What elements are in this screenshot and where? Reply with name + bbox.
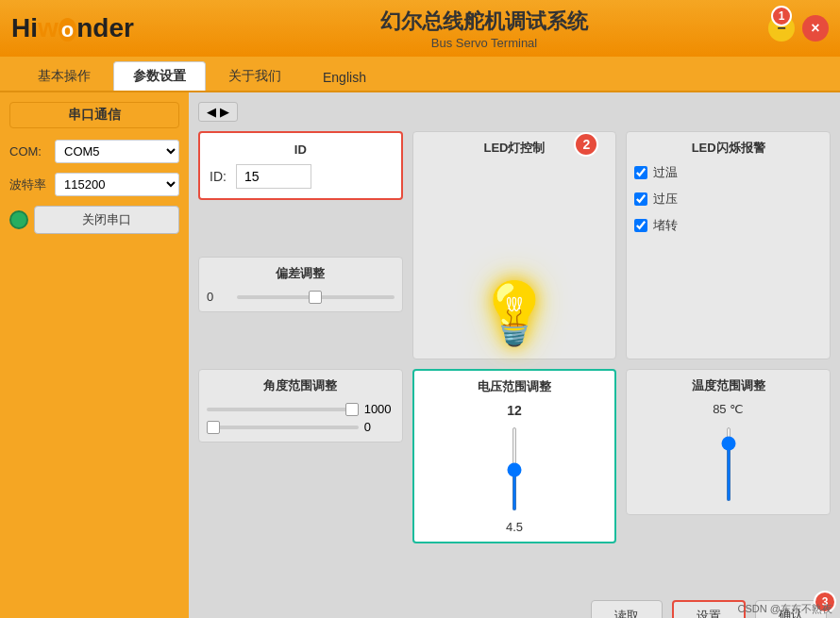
voltage-bottom-value: 4.5 (506, 520, 523, 534)
sidebar-title: 串口通信 (9, 102, 179, 128)
baud-select[interactable]: 115200 9600 19200 38400 57600 (55, 173, 179, 196)
angle-panel-box: 角度范围调整 1000 0 (198, 369, 403, 443)
tab-english[interactable]: English (304, 64, 385, 91)
controls-grid: ID ID: LED灯控制 2 💡 (198, 131, 831, 591)
logo-area: Hiwonder (11, 13, 200, 43)
tab-basic[interactable]: 基本操作 (19, 62, 109, 91)
back-button[interactable]: ◀ ▶ (198, 102, 238, 122)
status-row: 关闭串口 (9, 206, 179, 234)
com-label: COM: (9, 144, 49, 159)
led-panel-box: LED灯控制 2 💡 (412, 131, 617, 359)
angle-slider-top[interactable] (207, 408, 359, 411)
close-port-button[interactable]: 关闭串口 (34, 206, 179, 234)
close-button[interactable]: × (802, 15, 829, 42)
led-title-container: LED灯控制 2 (421, 140, 609, 164)
id-input[interactable] (236, 164, 311, 189)
voltage-slider-container (512, 422, 516, 516)
bias-value: 0 (207, 290, 229, 304)
back-icon: ◀ ▶ (207, 105, 229, 119)
logo-text: Hiwonder (11, 13, 134, 43)
set-button[interactable]: 设置 (672, 600, 746, 618)
led-alarm-title: LED闪烁报警 (634, 140, 822, 157)
window-controls: 1 − × (768, 15, 829, 42)
angle-panel-title: 角度范围调整 (207, 377, 395, 394)
led-alarm-panel: LED闪烁报警 过温 过压 堵转 (626, 131, 831, 359)
alarm-checkbox-overtemp[interactable] (634, 166, 647, 179)
baud-label: 波特率 (9, 176, 49, 193)
angle-top-row: 1000 (207, 402, 395, 416)
alarm-row-2: 堵转 (634, 217, 822, 234)
watermark: CSDN @东东不熟夜 (738, 602, 832, 616)
id-panel-title: ID (210, 142, 392, 157)
read-button[interactable]: 读取 (591, 600, 663, 618)
tab-about[interactable]: 关于我们 (210, 62, 300, 91)
bias-panel: 偏差调整 0 (198, 257, 403, 359)
sidebar: 串口通信 COM: COM5 COM1 COM2 COM3 COM4 波特率 1… (0, 92, 189, 618)
status-dot (9, 210, 28, 229)
bulb-icon: 💡 (477, 283, 552, 343)
com-select[interactable]: COM5 COM1 COM2 COM3 COM4 (55, 140, 179, 163)
content-area: ◀ ▶ ID ID: LED灯控制 2 (189, 92, 840, 618)
app-title-en: Bus Servo Terminal (200, 36, 768, 50)
voltage-slider-top[interactable] (512, 426, 516, 511)
id-row: ID: (210, 164, 392, 189)
alarm-row-1: 过压 (634, 191, 822, 208)
led-alarm-panel-box: LED闪烁报警 过温 过压 堵转 (626, 131, 831, 359)
nav-bar: 基本操作 参数设置 关于我们 English (0, 57, 840, 92)
angle-bottom-row: 0 (207, 420, 395, 434)
title-center: 幻尔总线舵机调试系统 Bus Servo Terminal (200, 8, 768, 50)
id-panel: ID ID: (198, 131, 403, 247)
alarm-label-1: 过压 (653, 191, 678, 208)
alarm-row-0: 过温 (634, 164, 822, 181)
action-row: 读取 设置 确认 3 (198, 600, 831, 618)
main-layout: 串口通信 COM: COM5 COM1 COM2 COM3 COM4 波特率 1… (0, 92, 840, 618)
temp-slider-container (727, 422, 731, 507)
led-light-panel: LED灯控制 2 💡 (412, 131, 617, 359)
alarm-checkbox-stall[interactable] (634, 219, 647, 232)
bias-slider-row: 0 (207, 290, 395, 304)
bias-panel-box: 偏差调整 0 (198, 257, 403, 312)
title-bar: Hiwonder 幻尔总线舵机调试系统 Bus Servo Terminal 1… (0, 0, 840, 57)
temp-slider[interactable] (727, 426, 731, 502)
bias-slider[interactable] (237, 295, 395, 299)
com-row: COM: COM5 COM1 COM2 COM3 COM4 (9, 140, 179, 163)
alarm-label-2: 堵转 (653, 217, 678, 234)
angle-bottom-value: 0 (364, 420, 395, 434)
nav-badge-1: 1 (771, 6, 792, 26)
temp-panel: 温度范围调整 85 ℃ (626, 369, 831, 591)
voltage-panel-box: 电压范围调整 12 4.5 (412, 369, 617, 543)
id-label: ID: (210, 169, 227, 184)
voltage-top-value: 12 (507, 403, 522, 418)
content-header: ◀ ▶ (198, 102, 831, 122)
angle-controls: 1000 0 (207, 402, 395, 434)
id-panel-inner: ID ID: (198, 131, 403, 200)
voltage-panel: 电压范围调整 12 4.5 (412, 369, 617, 591)
angle-top-value: 1000 (364, 402, 395, 416)
alarm-checkbox-overvolt[interactable] (634, 192, 647, 206)
baud-row: 波特率 115200 9600 19200 38400 57600 (9, 173, 179, 196)
angle-panel: 角度范围调整 1000 0 (198, 369, 403, 591)
app-title-cn: 幻尔总线舵机调试系统 (200, 8, 768, 36)
tab-param[interactable]: 参数设置 (113, 61, 206, 91)
bias-panel-title: 偏差调整 (207, 265, 395, 282)
temp-panel-box: 温度范围调整 85 ℃ (626, 369, 831, 515)
alarm-label-0: 过温 (653, 164, 678, 181)
voltage-panel-title: 电压范围调整 (478, 378, 551, 395)
temp-value: 85 ℃ (713, 402, 744, 416)
angle-slider-bottom[interactable] (207, 426, 359, 429)
temp-panel-title: 温度范围调整 (692, 377, 765, 394)
